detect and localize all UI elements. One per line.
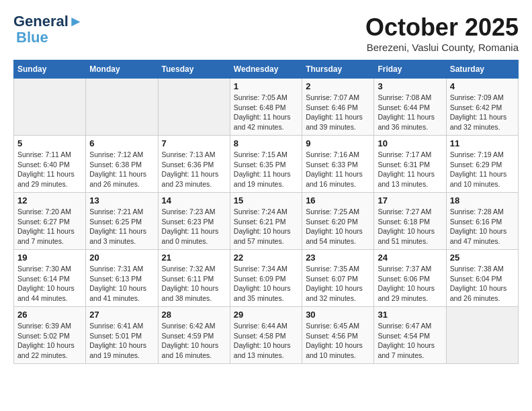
week-row-1: 1Sunrise: 7:05 AM Sunset: 6:48 PM Daylig… (14, 79, 519, 136)
calendar-cell: 25Sunrise: 7:38 AM Sunset: 6:04 PM Dayli… (446, 250, 518, 307)
weekday-header-sunday: Sunday (14, 60, 86, 79)
calendar-cell: 7Sunrise: 7:13 AM Sunset: 6:36 PM Daylig… (158, 136, 230, 193)
week-row-3: 12Sunrise: 7:20 AM Sunset: 6:27 PM Dayli… (14, 193, 519, 250)
day-number: 29 (234, 310, 298, 320)
calendar-cell: 13Sunrise: 7:21 AM Sunset: 6:25 PM Dayli… (86, 193, 158, 250)
weekday-header-friday: Friday (374, 60, 446, 79)
day-info: Sunrise: 6:45 AM Sunset: 4:56 PM Dayligh… (306, 321, 370, 361)
calendar-cell: 26Sunrise: 6:39 AM Sunset: 5:02 PM Dayli… (14, 307, 86, 364)
calendar-cell: 19Sunrise: 7:30 AM Sunset: 6:14 PM Dayli… (14, 250, 86, 307)
calendar-cell: 12Sunrise: 7:20 AM Sunset: 6:27 PM Dayli… (14, 193, 86, 250)
calendar-cell: 21Sunrise: 7:32 AM Sunset: 6:11 PM Dayli… (158, 250, 230, 307)
weekday-header-thursday: Thursday (302, 60, 374, 79)
day-number: 24 (378, 253, 442, 263)
calendar-cell: 27Sunrise: 6:41 AM Sunset: 5:01 PM Dayli… (86, 307, 158, 364)
day-number: 30 (306, 310, 370, 320)
day-number: 28 (162, 310, 226, 320)
day-info: Sunrise: 7:37 AM Sunset: 6:06 PM Dayligh… (378, 264, 442, 304)
weekday-header-saturday: Saturday (446, 60, 518, 79)
calendar-cell: 4Sunrise: 7:09 AM Sunset: 6:42 PM Daylig… (446, 79, 518, 136)
calendar-cell: 6Sunrise: 7:12 AM Sunset: 6:38 PM Daylig… (86, 136, 158, 193)
calendar-cell: 20Sunrise: 7:31 AM Sunset: 6:13 PM Dayli… (86, 250, 158, 307)
day-number: 22 (234, 253, 298, 263)
calendar-cell (86, 79, 158, 136)
calendar-cell: 24Sunrise: 7:37 AM Sunset: 6:06 PM Dayli… (374, 250, 446, 307)
calendar-cell: 3Sunrise: 7:08 AM Sunset: 6:44 PM Daylig… (374, 79, 446, 136)
calendar-cell: 28Sunrise: 6:42 AM Sunset: 4:59 PM Dayli… (158, 307, 230, 364)
week-row-2: 5Sunrise: 7:11 AM Sunset: 6:40 PM Daylig… (14, 136, 519, 193)
day-number: 10 (378, 138, 442, 148)
day-info: Sunrise: 7:31 AM Sunset: 6:13 PM Dayligh… (89, 264, 154, 304)
logo-subtext: Blue (16, 30, 83, 46)
day-number: 15 (234, 195, 298, 205)
day-info: Sunrise: 6:44 AM Sunset: 4:58 PM Dayligh… (234, 321, 298, 361)
day-info: Sunrise: 7:16 AM Sunset: 6:33 PM Dayligh… (306, 150, 370, 189)
day-info: Sunrise: 7:13 AM Sunset: 6:36 PM Dayligh… (162, 150, 226, 189)
calendar-cell: 22Sunrise: 7:34 AM Sunset: 6:09 PM Dayli… (230, 250, 302, 307)
day-info: Sunrise: 7:11 AM Sunset: 6:40 PM Dayligh… (17, 150, 82, 189)
day-info: Sunrise: 7:32 AM Sunset: 6:11 PM Dayligh… (162, 264, 226, 304)
day-number: 3 (378, 81, 442, 91)
day-info: Sunrise: 7:28 AM Sunset: 6:16 PM Dayligh… (450, 207, 515, 246)
calendar-table: SundayMondayTuesdayWednesdayThursdayFrid… (13, 60, 519, 364)
calendar-cell: 5Sunrise: 7:11 AM Sunset: 6:40 PM Daylig… (14, 136, 86, 193)
calendar-cell: 9Sunrise: 7:16 AM Sunset: 6:33 PM Daylig… (302, 136, 374, 193)
calendar-cell: 17Sunrise: 7:27 AM Sunset: 6:18 PM Dayli… (374, 193, 446, 250)
calendar-cell: 16Sunrise: 7:25 AM Sunset: 6:20 PM Dayli… (302, 193, 374, 250)
day-number: 23 (306, 253, 370, 263)
day-info: Sunrise: 7:34 AM Sunset: 6:09 PM Dayligh… (234, 264, 298, 304)
day-number: 13 (89, 195, 154, 205)
calendar-cell: 15Sunrise: 7:24 AM Sunset: 6:21 PM Dayli… (230, 193, 302, 250)
day-info: Sunrise: 7:20 AM Sunset: 6:27 PM Dayligh… (17, 207, 82, 246)
day-info: Sunrise: 7:12 AM Sunset: 6:38 PM Dayligh… (89, 150, 154, 189)
day-number: 17 (378, 195, 442, 205)
day-info: Sunrise: 7:23 AM Sunset: 6:23 PM Dayligh… (162, 207, 226, 246)
day-info: Sunrise: 7:19 AM Sunset: 6:29 PM Dayligh… (450, 150, 515, 189)
day-info: Sunrise: 7:25 AM Sunset: 6:20 PM Dayligh… (306, 207, 370, 246)
logo-text: General► (13, 13, 83, 30)
day-info: Sunrise: 7:30 AM Sunset: 6:14 PM Dayligh… (17, 264, 82, 304)
calendar-cell: 10Sunrise: 7:17 AM Sunset: 6:31 PM Dayli… (374, 136, 446, 193)
day-info: Sunrise: 7:17 AM Sunset: 6:31 PM Dayligh… (378, 150, 442, 189)
day-number: 16 (306, 195, 370, 205)
day-info: Sunrise: 7:07 AM Sunset: 6:46 PM Dayligh… (306, 93, 370, 132)
day-number: 8 (234, 138, 298, 148)
day-number: 25 (450, 253, 515, 263)
day-info: Sunrise: 7:21 AM Sunset: 6:25 PM Dayligh… (89, 207, 154, 246)
day-number: 27 (89, 310, 154, 320)
calendar-cell: 29Sunrise: 6:44 AM Sunset: 4:58 PM Dayli… (230, 307, 302, 364)
day-info: Sunrise: 6:47 AM Sunset: 4:54 PM Dayligh… (378, 321, 442, 361)
day-number: 21 (162, 253, 226, 263)
day-info: Sunrise: 6:42 AM Sunset: 4:59 PM Dayligh… (162, 321, 226, 361)
day-number: 18 (450, 195, 515, 205)
calendar-cell: 8Sunrise: 7:15 AM Sunset: 6:35 PM Daylig… (230, 136, 302, 193)
day-info: Sunrise: 7:35 AM Sunset: 6:07 PM Dayligh… (306, 264, 370, 304)
day-number: 11 (450, 138, 515, 148)
day-number: 7 (162, 138, 226, 148)
day-number: 19 (17, 253, 82, 263)
day-number: 14 (162, 195, 226, 205)
calendar-cell: 18Sunrise: 7:28 AM Sunset: 6:16 PM Dayli… (446, 193, 518, 250)
month-title: October 2025 (365, 13, 519, 42)
day-number: 9 (306, 138, 370, 148)
title-block: October 2025 Berezeni, Vaslui County, Ro… (365, 13, 519, 53)
weekday-header-row: SundayMondayTuesdayWednesdayThursdayFrid… (14, 60, 519, 79)
week-row-4: 19Sunrise: 7:30 AM Sunset: 6:14 PM Dayli… (14, 250, 519, 307)
calendar-cell: 30Sunrise: 6:45 AM Sunset: 4:56 PM Dayli… (302, 307, 374, 364)
weekday-header-wednesday: Wednesday (230, 60, 302, 79)
day-info: Sunrise: 6:41 AM Sunset: 5:01 PM Dayligh… (89, 321, 154, 361)
day-info: Sunrise: 7:09 AM Sunset: 6:42 PM Dayligh… (450, 93, 515, 132)
calendar-cell (446, 307, 518, 364)
day-number: 6 (89, 138, 154, 148)
calendar-cell (158, 79, 230, 136)
day-number: 20 (89, 253, 154, 263)
day-info: Sunrise: 7:08 AM Sunset: 6:44 PM Dayligh… (378, 93, 442, 132)
day-info: Sunrise: 7:05 AM Sunset: 6:48 PM Dayligh… (234, 93, 298, 132)
day-number: 5 (17, 138, 82, 148)
day-number: 1 (234, 81, 298, 91)
weekday-header-tuesday: Tuesday (158, 60, 230, 79)
day-info: Sunrise: 7:38 AM Sunset: 6:04 PM Dayligh… (450, 264, 515, 304)
calendar-cell: 14Sunrise: 7:23 AM Sunset: 6:23 PM Dayli… (158, 193, 230, 250)
logo: General► Blue (13, 13, 83, 46)
day-number: 26 (17, 310, 82, 320)
